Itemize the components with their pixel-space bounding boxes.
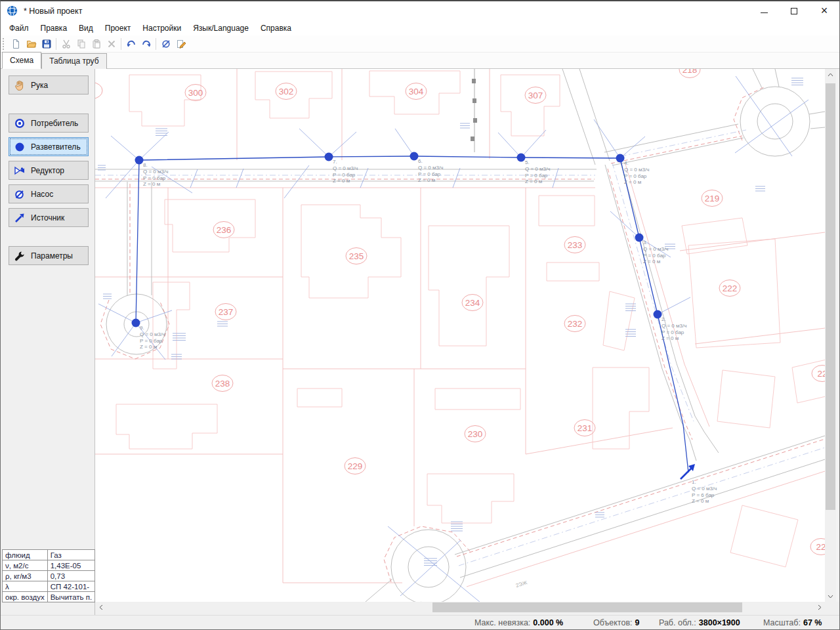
- node-number: 2.: [662, 316, 666, 322]
- road-edge: [809, 112, 825, 114]
- property-value[interactable]: 1,43E-05: [47, 560, 95, 571]
- property-value[interactable]: СП 42-101-: [47, 581, 95, 592]
- node-number: 5.: [525, 159, 530, 165]
- vertical-scroll-thumb[interactable]: [826, 83, 835, 510]
- road-edge: [810, 127, 825, 129]
- network-node[interactable]: [410, 152, 419, 161]
- parcel-number: 22: [817, 369, 825, 379]
- node-annotation: P = 0 бар: [525, 173, 548, 178]
- property-value[interactable]: Вычитать п.: [47, 592, 95, 602]
- tool-button-consumer[interactable]: Потребитель: [9, 114, 89, 133]
- node-annotation: Q = 0 м3/ч: [624, 167, 649, 173]
- scroll-left-arrow[interactable]: [95, 602, 106, 613]
- node-annotation: Z = 0 м: [525, 178, 542, 184]
- tool-label: Потребитель: [31, 119, 78, 128]
- parcel-number: 233: [568, 240, 583, 250]
- road-edge: [690, 440, 696, 461]
- tool-button-pump[interactable]: Насос: [9, 184, 89, 203]
- building-outline: [547, 262, 599, 281]
- menu-item-1[interactable]: Правка: [35, 22, 74, 35]
- parcel-number: 218: [682, 69, 698, 75]
- status-item-1: Объектов:9: [593, 618, 639, 627]
- delete-button[interactable]: [104, 37, 119, 51]
- open-folder-button[interactable]: [24, 37, 39, 51]
- parcel-number: 230: [468, 429, 483, 439]
- service-line: [735, 100, 808, 153]
- network-node[interactable]: [635, 234, 644, 242]
- road-centerline: [608, 130, 746, 159]
- tool-button-source[interactable]: Источник: [9, 208, 89, 227]
- tool-label: Рука: [31, 81, 48, 90]
- paste-button[interactable]: [89, 37, 104, 51]
- parcel-number: 232: [568, 319, 583, 329]
- tool-button-hand[interactable]: Рука: [9, 75, 89, 94]
- scroll-down-arrow[interactable]: [825, 591, 836, 602]
- scroll-up-arrow[interactable]: [825, 69, 836, 80]
- toolbar-separator: [121, 38, 121, 50]
- scrollbar-corner: [825, 602, 840, 615]
- edit-button[interactable]: [173, 37, 188, 51]
- building-outline: [682, 218, 747, 254]
- new-file-button[interactable]: [9, 37, 24, 51]
- menu-item-6[interactable]: Справка: [255, 22, 297, 35]
- minimize-button[interactable]: [749, 1, 779, 20]
- network-node[interactable]: [132, 319, 140, 327]
- property-value[interactable]: Газ: [47, 550, 95, 560]
- tab-pipe-table[interactable]: Таблица труб: [41, 53, 106, 69]
- copy-button[interactable]: [74, 37, 89, 51]
- tool-button-reducer[interactable]: Редуктор: [9, 161, 89, 180]
- menu-item-3[interactable]: Проект: [99, 22, 137, 35]
- canvas-right-margin: [836, 69, 840, 615]
- node-annotation: Q = 0 м3/ч: [333, 165, 358, 171]
- network-node[interactable]: [325, 153, 333, 161]
- drawing-canvas[interactable]: 8.Q = 0 м3/чP = 0 барZ = 0 м7.Q = 0 м3/ч…: [95, 69, 840, 615]
- existing-pipeline-dashed: [457, 439, 825, 556]
- map-canvas[interactable]: 8.Q = 0 м3/чP = 0 барZ = 0 м7.Q = 0 м3/ч…: [95, 69, 825, 602]
- property-value[interactable]: 0,73: [47, 571, 95, 581]
- diameter-button[interactable]: [158, 37, 173, 51]
- tab-schema[interactable]: Схема: [2, 52, 41, 69]
- save-button[interactable]: [39, 37, 54, 51]
- network-node[interactable]: [654, 310, 662, 319]
- menu-item-4[interactable]: Настройки: [136, 22, 187, 35]
- property-name: ρ, кг/м3: [3, 571, 48, 581]
- tool-button-splitter[interactable]: Разветвитель: [9, 137, 89, 156]
- building-outline: [717, 370, 775, 428]
- road-edge: [455, 436, 825, 555]
- node-annotation: Q = 0 м3/ч: [418, 165, 443, 171]
- maximize-button[interactable]: [779, 1, 809, 20]
- node-annotation: Z = 0 м: [643, 259, 660, 264]
- undo-button[interactable]: [123, 37, 138, 51]
- source-arrow-icon[interactable]: [681, 467, 692, 479]
- network-node[interactable]: [517, 154, 526, 162]
- params-icon: [14, 250, 26, 262]
- existing-pipeline-dashed: [608, 169, 692, 440]
- menu-item-5[interactable]: Язык/Language: [187, 22, 255, 35]
- building-outline: [153, 282, 190, 369]
- hand-icon: [14, 79, 26, 91]
- tab-strip: СхемаТаблица труб: [1, 52, 839, 69]
- service-line: [395, 129, 414, 156]
- road-edge: [460, 459, 825, 578]
- parcel-number: 302: [279, 87, 294, 96]
- scroll-right-arrow[interactable]: [814, 602, 825, 613]
- cut-button[interactable]: [58, 37, 74, 51]
- consumer-icon: [14, 117, 26, 129]
- service-line: [139, 132, 169, 160]
- network-node[interactable]: [616, 154, 625, 163]
- building-outline: [297, 388, 342, 407]
- node-number: 9.: [140, 325, 144, 331]
- node-annotation: Z = 0 м: [333, 178, 350, 184]
- redo-button[interactable]: [138, 37, 154, 51]
- property-row: окр. воздухВычитать п.: [3, 592, 95, 602]
- vertical-scrollbar[interactable]: [825, 69, 836, 602]
- close-button[interactable]: ×: [809, 1, 839, 20]
- horizontal-scroll-thumb[interactable]: [432, 602, 742, 612]
- network-node[interactable]: [135, 156, 144, 165]
- horizontal-scrollbar[interactable]: [95, 602, 825, 613]
- menu-item-0[interactable]: Файл: [3, 22, 35, 35]
- service-line: [388, 526, 480, 602]
- menu-item-2[interactable]: Вид: [73, 22, 99, 35]
- tool-button-params[interactable]: Параметры: [9, 246, 89, 265]
- road-edge: [604, 124, 738, 152]
